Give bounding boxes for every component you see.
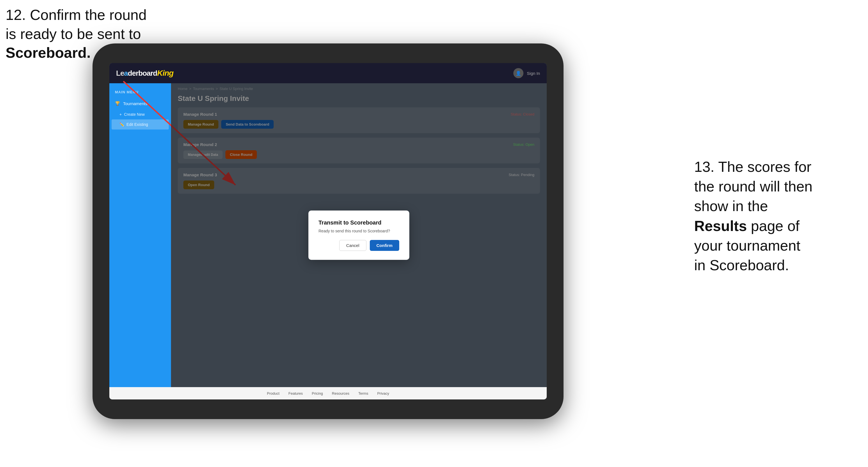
sidebar-edit-existing[interactable]: ✏️ Edit Existing — [112, 119, 169, 129]
app-header: LeaderboardKing 👤 Sign In — [109, 63, 547, 83]
footer-resources[interactable]: Resources — [332, 391, 349, 396]
footer-terms[interactable]: Terms — [358, 391, 368, 396]
modal-subtitle: Ready to send this round to Scoreboard? — [318, 229, 399, 233]
sign-in-link[interactable]: Sign In — [527, 71, 540, 76]
plus-icon: + — [119, 112, 122, 117]
annotation-r-results: Results — [694, 218, 747, 234]
avatar: 👤 — [513, 68, 523, 78]
sidebar-create-new-label: Create New — [124, 112, 145, 117]
annotation-line1: 12. Confirm the round — [6, 7, 147, 23]
sidebar-create-new[interactable]: + Create New — [109, 109, 171, 119]
annotation-r-line5: your tournament — [694, 238, 800, 254]
logo: LeaderboardKing — [116, 69, 174, 77]
annotation-r-line1: 13. The scores for — [694, 159, 811, 175]
annotation-line2: is ready to be sent to — [6, 26, 141, 42]
footer-features[interactable]: Features — [288, 391, 303, 396]
annotation-right: 13. The scores for the round will then s… — [694, 157, 851, 275]
header-right: 👤 Sign In — [513, 68, 540, 78]
sidebar-edit-existing-label: Edit Existing — [126, 122, 148, 127]
modal-overlay: Transmit to Scoreboard Ready to send thi… — [171, 83, 547, 387]
annotation-r-line6: in Scoreboard. — [694, 257, 789, 273]
main-menu-label: MAIN MENU — [109, 88, 171, 98]
footer-privacy[interactable]: Privacy — [377, 391, 389, 396]
annotation-r-line2: the round will then — [694, 178, 812, 194]
app-body: MAIN MENU 🏆 Tournaments + Create New ✏️ … — [109, 83, 547, 387]
modal-box: Transmit to Scoreboard Ready to send thi… — [308, 211, 409, 260]
annotation-r-line4-rest: page of — [747, 218, 800, 234]
modal-confirm-button[interactable]: Confirm — [370, 240, 400, 251]
tablet-device: LeaderboardKing 👤 Sign In MAIN MENU 🏆 To… — [93, 43, 563, 419]
modal-cancel-button[interactable]: Cancel — [339, 240, 366, 251]
annotation-line3: Scoreboard. — [6, 44, 91, 61]
annotation-top-left: 12. Confirm the round is ready to be sen… — [6, 6, 147, 63]
footer-product[interactable]: Product — [267, 391, 280, 396]
app-footer: Product Features Pricing Resources Terms… — [109, 387, 547, 400]
sidebar-item-tournaments[interactable]: 🏆 Tournaments — [109, 98, 171, 109]
sidebar: MAIN MENU 🏆 Tournaments + Create New ✏️ … — [109, 83, 171, 387]
main-content: Home > Tournaments > State U Spring Invi… — [171, 83, 547, 387]
modal-title: Transmit to Scoreboard — [318, 219, 399, 226]
edit-icon: ✏️ — [119, 122, 124, 127]
annotation-r-line3: show in the — [694, 198, 768, 214]
sidebar-tournaments-label: Tournaments — [123, 101, 148, 106]
modal-buttons: Cancel Confirm — [318, 240, 399, 251]
tablet-screen: LeaderboardKing 👤 Sign In MAIN MENU 🏆 To… — [109, 63, 547, 400]
trophy-icon: 🏆 — [115, 101, 120, 106]
footer-pricing[interactable]: Pricing — [312, 391, 323, 396]
